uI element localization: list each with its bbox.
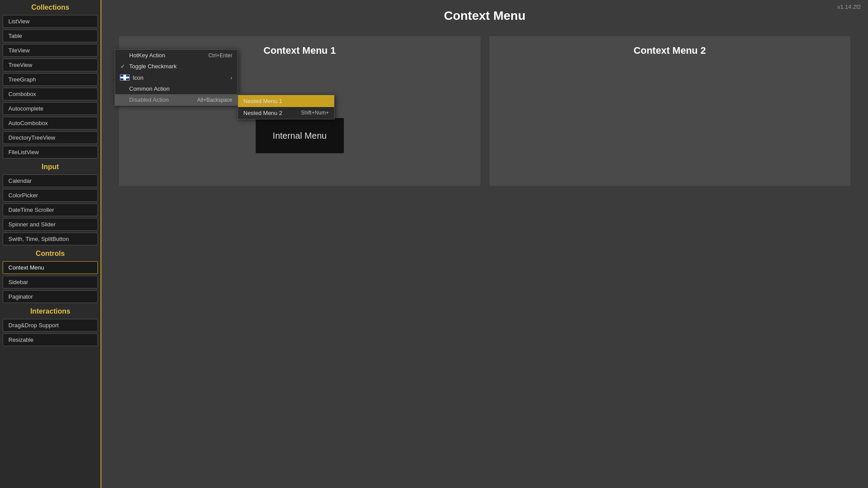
- context-menu-popup: HotKey Action Ctrl+Enter ✓ Toggle Checkm…: [115, 49, 238, 106]
- collections-title: Collections: [0, 0, 101, 14]
- main-content: v1.14.2f2 Context Menu Context Menu 1 Ho…: [101, 0, 868, 488]
- sidebar-item-combobox[interactable]: Combobox: [3, 88, 98, 100]
- panel2-title: Context Menu 2: [633, 45, 706, 56]
- cm-toggle-label: Toggle Checkmark: [129, 63, 177, 70]
- cm-hotkey-label: HotKey Action: [129, 52, 165, 59]
- nested-item-2-shortcut: Shift+Num+: [301, 110, 329, 116]
- sidebar: Collections ListView Table TileView Tree…: [0, 0, 101, 488]
- context-menu-panel-2: Context Menu 2: [489, 36, 851, 186]
- cm-disabled-shortcut: Alt+Backspace: [197, 97, 232, 103]
- sidebar-item-table[interactable]: Table: [3, 30, 98, 42]
- sidebar-item-treeview[interactable]: TreeView: [3, 59, 98, 71]
- sidebar-item-filelistview[interactable]: FileListView: [3, 146, 98, 159]
- cm-item-common[interactable]: Common Action: [115, 83, 238, 94]
- sidebar-item-swith[interactable]: Swith, Time, SplitButton: [3, 233, 98, 245]
- page-title: Context Menu: [101, 0, 868, 27]
- submenu-arrow-icon: ›: [231, 74, 232, 81]
- sidebar-item-colorpicker[interactable]: ColorPicker: [3, 189, 98, 202]
- sidebar-item-dragdrop[interactable]: Drag&Drop Support: [3, 319, 98, 332]
- demo-area: Context Menu 1 HotKey Action Ctrl+Enter …: [101, 27, 868, 488]
- sidebar-item-spinnerslider[interactable]: Spinner and Slider: [3, 218, 98, 231]
- cm-item-disabled: Disabled Action Alt+Backspace: [115, 94, 238, 105]
- controls-title: Controls: [0, 246, 101, 260]
- nested-item-2-label: Nested Menu 2: [243, 110, 282, 116]
- check-icon: ✓: [120, 63, 127, 70]
- cm-disabled-label: Disabled Action: [129, 96, 169, 103]
- context-menu-panel-1: Context Menu 1 HotKey Action Ctrl+Enter …: [119, 36, 481, 186]
- sidebar-item-datetimescroller[interactable]: DateTime Scroller: [3, 203, 98, 216]
- sidebar-item-contextmenu[interactable]: Context Menu: [3, 261, 98, 274]
- sidebar-item-tileview[interactable]: TileView: [3, 44, 98, 57]
- cm-hotkey-shortcut: Ctrl+Enter: [209, 52, 232, 59]
- uk-flag-icon: [120, 74, 131, 81]
- cm-item-hotkey[interactable]: HotKey Action Ctrl+Enter: [115, 50, 238, 61]
- cm-common-label: Common Action: [129, 85, 170, 92]
- internal-menu-area: Internal Menu: [256, 118, 344, 153]
- checkmark-placeholder-2: [120, 85, 127, 92]
- input-title: Input: [0, 159, 101, 174]
- nested-item-1[interactable]: Nested Menu 1: [238, 95, 334, 107]
- cm-icon-label: Icon: [133, 74, 144, 81]
- checkmark-placeholder: [120, 52, 127, 59]
- checkmark-placeholder-3: [120, 96, 127, 103]
- nested-menu: Nested Menu 1 Nested Menu 2 Shift+Num+: [238, 95, 335, 119]
- sidebar-item-treegraph[interactable]: TreeGraph: [3, 73, 98, 86]
- sidebar-item-sidebar[interactable]: Sidebar: [3, 276, 98, 288]
- panel1-title: Context Menu 1: [264, 45, 336, 56]
- cm-item-toggle[interactable]: ✓ Toggle Checkmark: [115, 61, 238, 72]
- interactions-title: Interactions: [0, 304, 101, 318]
- sidebar-item-autocombobox[interactable]: AutoCombobox: [3, 117, 98, 129]
- version-label: v1.14.2f2: [838, 4, 861, 10]
- cm-item-icon[interactable]: Icon › Nested Menu 1 Nested Menu 2 Shift…: [115, 72, 238, 83]
- nested-item-1-label: Nested Menu 1: [243, 98, 282, 104]
- nested-item-2[interactable]: Nested Menu 2 Shift+Num+: [238, 107, 334, 119]
- sidebar-item-resizable[interactable]: Resizable: [3, 333, 98, 346]
- sidebar-item-directorytreeview[interactable]: DirectoryTreeView: [3, 131, 98, 144]
- flag-uk: [120, 74, 130, 81]
- sidebar-item-autocomplete[interactable]: Autocomplete: [3, 102, 98, 115]
- internal-menu-label: Internal Menu: [273, 131, 327, 141]
- sidebar-item-calendar[interactable]: Calendar: [3, 174, 98, 187]
- sidebar-item-listview[interactable]: ListView: [3, 15, 98, 28]
- sidebar-item-paginator[interactable]: Paginator: [3, 290, 98, 303]
